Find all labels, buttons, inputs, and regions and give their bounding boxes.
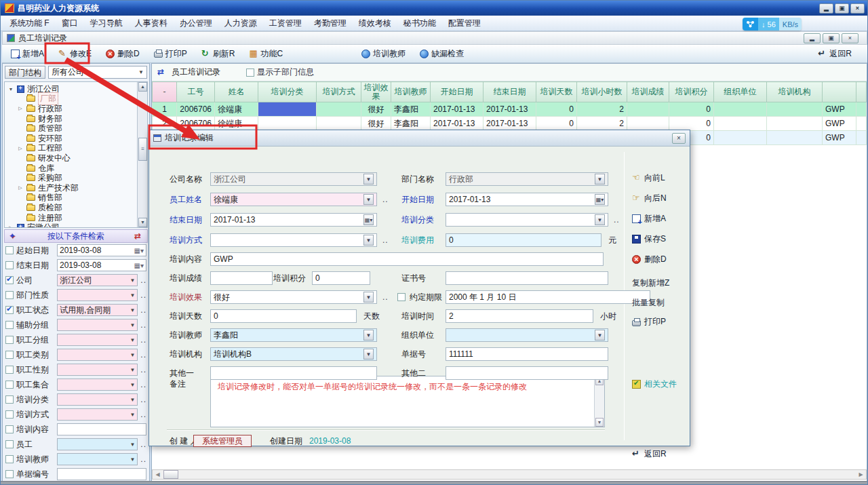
search-field[interactable]: 2019-03-08▦▾ xyxy=(57,259,146,271)
search-field[interactable]: 试用期,合同期▼ xyxy=(57,304,138,316)
search-field[interactable] xyxy=(57,423,146,435)
search-checkbox[interactable] xyxy=(5,395,14,404)
horizontal-scrollbar[interactable]: ◀ ▶ xyxy=(152,469,867,480)
dlg-method-field[interactable]: ▼ xyxy=(210,233,377,247)
column-header[interactable]: 培训分类 xyxy=(258,82,317,102)
more-icon[interactable]: .. xyxy=(140,395,146,404)
dialog-file-button[interactable]: 相关文件 xyxy=(632,379,677,390)
column-header[interactable]: 组织单位 xyxy=(714,82,767,102)
dlg-hours-field[interactable]: 2 xyxy=(446,309,593,323)
tree-item[interactable]: 质检部 xyxy=(7,203,147,213)
search-checkbox[interactable] xyxy=(5,366,14,374)
tree-expander-icon[interactable]: ▼ xyxy=(7,87,14,92)
dlg-points-field[interactable]: 0 xyxy=(312,271,370,285)
column-header[interactable]: 结束日期 xyxy=(484,82,536,102)
dlg-term-field[interactable]: 2000 年 1 月 10 日 xyxy=(446,290,650,304)
search-checkbox[interactable] xyxy=(5,336,14,344)
more-icon[interactable]: .. xyxy=(140,440,146,449)
search-field[interactable]: ▼ xyxy=(57,349,138,361)
scrollbar-thumb[interactable]: ≡ xyxy=(138,138,147,161)
scroll-up-icon[interactable]: ▲ xyxy=(138,82,147,92)
menu-item[interactable]: 窗口 xyxy=(56,16,84,31)
tree-item[interactable]: 财务部 xyxy=(7,114,147,124)
more-icon[interactable]: .. xyxy=(140,275,146,285)
dlg-score-field[interactable] xyxy=(210,271,273,285)
dialog-delete-button[interactable]: 删除D xyxy=(632,254,667,265)
column-header[interactable]: 培训积分 xyxy=(669,82,714,102)
dialog-hand-right-button[interactable]: 向后N xyxy=(632,193,667,204)
table-cell[interactable]: 2 xyxy=(577,102,627,117)
search-field[interactable]: 浙江公司▼ xyxy=(57,274,138,286)
more-icon[interactable]: .. xyxy=(140,290,146,300)
scroll-down-icon[interactable]: ▼ xyxy=(138,218,147,227)
dlg-end-field[interactable]: 2017-01-13▦▾ xyxy=(210,213,377,227)
scroll-right-icon[interactable]: ▶ xyxy=(856,470,866,479)
column-header[interactable]: 姓名 xyxy=(215,82,258,102)
tree-scrollbar[interactable]: ▲ ≡ ▼ xyxy=(137,82,147,227)
tree-item[interactable]: 研发中心 xyxy=(7,153,147,163)
chevron-down-icon[interactable]: ▼ xyxy=(363,235,374,246)
table-cell[interactable]: 1 xyxy=(153,102,177,117)
dlg-category-field[interactable]: ▼ xyxy=(446,213,608,227)
tree-item[interactable]: ▷工程部 xyxy=(7,144,147,154)
column-header[interactable]: 工号 xyxy=(177,82,215,102)
menu-item[interactable]: 工资管理 xyxy=(263,16,308,31)
toolbar-refresh-button[interactable]: 刷新R xyxy=(199,47,237,61)
tree-item[interactable]: 厂部 xyxy=(7,94,147,104)
column-header[interactable]: - xyxy=(153,82,177,102)
search-field[interactable]: ▼ xyxy=(57,289,138,301)
search-field[interactable]: ▼ xyxy=(57,319,138,331)
more-icon[interactable]: .. xyxy=(140,320,146,330)
grid-toggle-icon[interactable] xyxy=(157,68,166,77)
menu-item[interactable]: 人事资料 xyxy=(129,16,174,31)
dialog-print-button[interactable]: 打印P xyxy=(632,316,666,328)
table-cell[interactable]: 2006706 xyxy=(177,117,215,131)
tree-expander-icon[interactable]: ▷ xyxy=(17,185,24,191)
more-icon[interactable]: .. xyxy=(140,335,146,345)
dialog-doc-new-button[interactable]: 新增A xyxy=(632,213,666,225)
dialog-close-button[interactable]: × xyxy=(672,133,686,144)
table-cell[interactable] xyxy=(258,117,317,131)
table-cell[interactable] xyxy=(767,102,823,117)
more-icon[interactable]: .. xyxy=(382,233,389,247)
table-cell[interactable] xyxy=(767,117,823,131)
tree-item[interactable]: 安环部 xyxy=(7,134,147,144)
toolbar-back-button[interactable]: 返回R xyxy=(816,47,854,61)
dlg-fee-field[interactable]: 0 xyxy=(446,233,601,247)
table-cell[interactable] xyxy=(767,131,823,145)
table-cell[interactable]: 很好 xyxy=(361,117,391,131)
column-header[interactable]: 培训方式 xyxy=(317,82,361,102)
table-cell[interactable]: 徐端康 xyxy=(215,102,258,117)
show-sub-dept-checkbox[interactable] xyxy=(246,69,254,77)
table-cell[interactable] xyxy=(317,102,361,117)
search-checkbox[interactable] xyxy=(5,306,14,314)
tree-item[interactable]: ▷行政部 xyxy=(7,104,147,114)
search-field[interactable] xyxy=(57,468,146,480)
child-minimize-button[interactable]: ▂ xyxy=(804,33,821,43)
dlg-other2-field[interactable] xyxy=(446,366,608,380)
toolbar-func-button[interactable]: 功能C xyxy=(247,47,285,61)
chevron-down-icon[interactable]: ▼ xyxy=(595,174,605,185)
tree-item[interactable]: ▷生产技术部 xyxy=(7,183,147,193)
table-cell[interactable]: 0 xyxy=(536,102,577,117)
remark-scrollbar[interactable]: ▲ ▼ xyxy=(594,376,604,427)
chevron-down-icon[interactable]: ▼ xyxy=(595,330,605,341)
tree-root-item[interactable]: ▷安徽公司 xyxy=(7,222,147,228)
company-filter-combo[interactable]: 所有公司 ▼ xyxy=(48,66,147,79)
tree-root-item[interactable]: ▼浙江公司 xyxy=(7,84,147,94)
search-checkbox[interactable] xyxy=(5,246,14,254)
tree-item[interactable]: 采购部 xyxy=(7,173,147,183)
search-field[interactable]: ▼ xyxy=(57,364,138,376)
menu-item[interactable]: 秘书功能 xyxy=(397,16,442,31)
child-close-button[interactable]: × xyxy=(842,33,859,43)
toolbar-print-button[interactable]: 打印P xyxy=(152,47,189,61)
table-cell[interactable] xyxy=(714,117,767,131)
column-header[interactable]: 培训小时数 xyxy=(577,82,627,102)
chevron-down-icon[interactable]: ▼ xyxy=(363,349,374,360)
dlg-org-field[interactable]: ▼ xyxy=(446,328,608,342)
table-cell[interactable]: GWP xyxy=(823,102,856,117)
app-minimize-button[interactable]: ▂ xyxy=(819,3,833,14)
search-checkbox[interactable] xyxy=(5,321,14,329)
table-cell[interactable] xyxy=(317,117,361,131)
scroll-left-icon[interactable]: ◀ xyxy=(153,470,163,479)
